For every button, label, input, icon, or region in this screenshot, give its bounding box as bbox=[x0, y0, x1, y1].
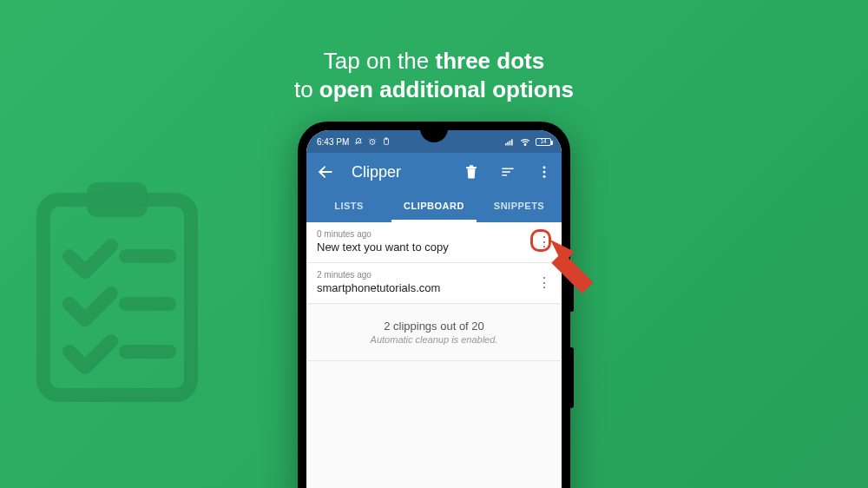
more-options-button[interactable]: ⋮ bbox=[534, 273, 555, 293]
clipboard-icon bbox=[382, 137, 391, 146]
phone-frame: 6:43 PM 14 bbox=[298, 122, 570, 488]
clipping-time: 0 minutes ago bbox=[317, 229, 527, 239]
signal-icon bbox=[505, 138, 515, 146]
svg-point-20 bbox=[543, 166, 546, 168]
app-bar: Clipper bbox=[306, 153, 562, 191]
svg-point-22 bbox=[543, 175, 546, 178]
more-options-button[interactable]: ⋮ bbox=[534, 232, 555, 253]
svg-point-13 bbox=[524, 143, 526, 145]
app-title: Clipper bbox=[352, 163, 445, 181]
clipboard-illustration bbox=[26, 174, 208, 408]
svg-rect-15 bbox=[466, 167, 477, 168]
svg-rect-9 bbox=[505, 143, 507, 145]
clipping-item[interactable]: 2 minutes ago smartphonetutorials.com ⋮ bbox=[306, 263, 562, 304]
overflow-menu-button[interactable] bbox=[534, 164, 555, 180]
clipping-text: New text you want to copy bbox=[317, 241, 527, 254]
summary-block: 2 clippings out of 20 Automatic cleanup … bbox=[306, 304, 562, 361]
clipping-item[interactable]: 0 minutes ago New text you want to copy … bbox=[306, 222, 562, 263]
tab-bar: LISTS CLIPBOARD SNIPPETS bbox=[306, 191, 562, 222]
summary-count: 2 clippings out of 20 bbox=[315, 320, 553, 333]
phone-screen: 6:43 PM 14 bbox=[306, 130, 562, 488]
tab-lists[interactable]: LISTS bbox=[306, 191, 391, 222]
svg-rect-16 bbox=[470, 165, 474, 167]
svg-point-21 bbox=[543, 171, 546, 174]
dnd-icon bbox=[354, 137, 363, 146]
clipping-time: 2 minutes ago bbox=[317, 270, 527, 280]
svg-rect-11 bbox=[510, 140, 511, 145]
sort-button[interactable] bbox=[497, 164, 518, 180]
status-time: 6:43 PM bbox=[317, 137, 349, 147]
tab-clipboard[interactable]: CLIPBOARD bbox=[391, 191, 477, 222]
clipping-text: smartphonetutorials.com bbox=[317, 281, 527, 294]
tab-snippets[interactable]: SNIPPETS bbox=[477, 191, 562, 222]
delete-button[interactable] bbox=[461, 164, 482, 180]
svg-rect-1 bbox=[87, 182, 148, 217]
instruction-text: Tap on the three dots to open additional… bbox=[294, 47, 574, 103]
alarm-icon bbox=[368, 137, 377, 146]
wifi-icon bbox=[520, 138, 530, 146]
back-button[interactable] bbox=[315, 163, 336, 181]
svg-rect-12 bbox=[511, 139, 513, 145]
battery-icon: 14 bbox=[536, 138, 551, 146]
svg-rect-10 bbox=[507, 142, 509, 145]
summary-note: Automatic cleanup is enabled. bbox=[315, 334, 553, 345]
